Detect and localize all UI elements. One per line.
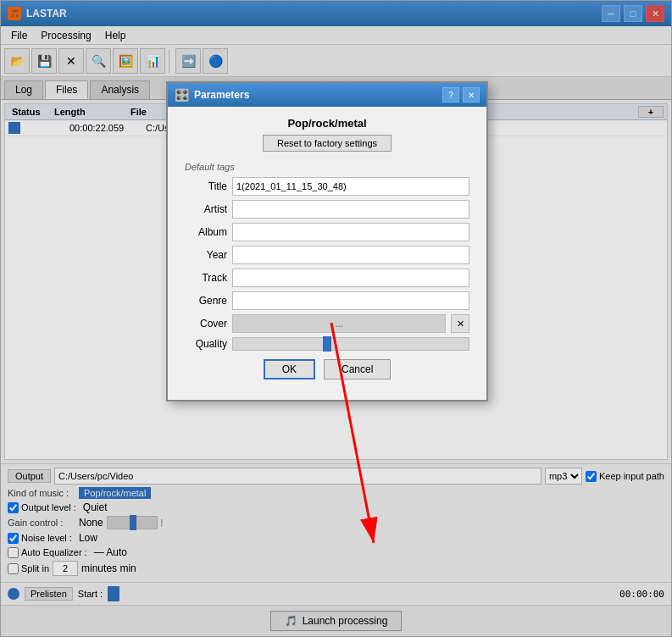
modal-track-input[interactable] xyxy=(232,269,469,287)
modal-title-input[interactable] xyxy=(232,177,469,196)
modal-year-input[interactable] xyxy=(232,246,469,264)
modal-cover-input[interactable]: ... xyxy=(232,314,446,333)
modal-title-left: 🎛️ Parameters xyxy=(175,88,249,102)
modal-section-label: Default tags xyxy=(185,162,469,172)
modal-overlay: 🎛️ Parameters ? ✕ Pop/rock/metal Reset t… xyxy=(1,1,671,636)
modal-quality-slider[interactable] xyxy=(232,337,469,351)
modal-year-row: Year xyxy=(185,246,469,264)
modal-ok-button[interactable]: OK xyxy=(264,359,315,379)
modal-album-label: Album xyxy=(185,226,227,238)
modal-album-input[interactable] xyxy=(232,223,469,241)
modal-close-button[interactable]: ✕ xyxy=(463,87,480,102)
modal-genre-label: Genre xyxy=(185,295,227,307)
modal-title-text: Parameters xyxy=(194,89,249,101)
modal-genre-row: Genre xyxy=(185,291,469,310)
modal-body: Pop/rock/metal Reset to factory settings… xyxy=(168,107,486,400)
modal-track-row: Track xyxy=(185,269,469,287)
modal-genre-input[interactable] xyxy=(232,291,469,310)
modal-dialog: 🎛️ Parameters ? ✕ Pop/rock/metal Reset t… xyxy=(166,81,488,402)
modal-title-bar: 🎛️ Parameters ? ✕ xyxy=(168,83,486,107)
modal-album-row: Album xyxy=(185,223,469,241)
modal-quality-thumb xyxy=(323,336,331,352)
modal-title-icon: 🎛️ xyxy=(175,88,189,102)
modal-year-label: Year xyxy=(185,249,227,261)
modal-cover-clear-button[interactable]: ✕ xyxy=(451,314,469,333)
modal-quality-row: Quality xyxy=(185,337,469,351)
modal-cover-row: Cover ... ✕ xyxy=(185,314,469,333)
modal-footer: OK Cancel xyxy=(185,359,469,390)
modal-heading: Pop/rock/metal xyxy=(185,117,469,130)
modal-track-label: Track xyxy=(185,272,227,284)
main-window: 🎵 LASTAR ─ □ ✕ File Processing Help 📂 💾 … xyxy=(0,0,672,637)
modal-title-row: Title xyxy=(185,177,469,196)
modal-artist-row: Artist xyxy=(185,200,469,219)
modal-title-controls: ? ✕ xyxy=(442,87,480,102)
modal-help-button[interactable]: ? xyxy=(442,87,459,102)
modal-reset-button[interactable]: Reset to factory settings xyxy=(263,135,392,152)
modal-cover-label: Cover xyxy=(185,318,227,330)
modal-artist-input[interactable] xyxy=(232,200,469,219)
modal-artist-label: Artist xyxy=(185,203,227,215)
modal-title-label: Title xyxy=(185,180,227,192)
modal-quality-label: Quality xyxy=(185,338,227,350)
modal-cancel-button[interactable]: Cancel xyxy=(324,359,391,379)
